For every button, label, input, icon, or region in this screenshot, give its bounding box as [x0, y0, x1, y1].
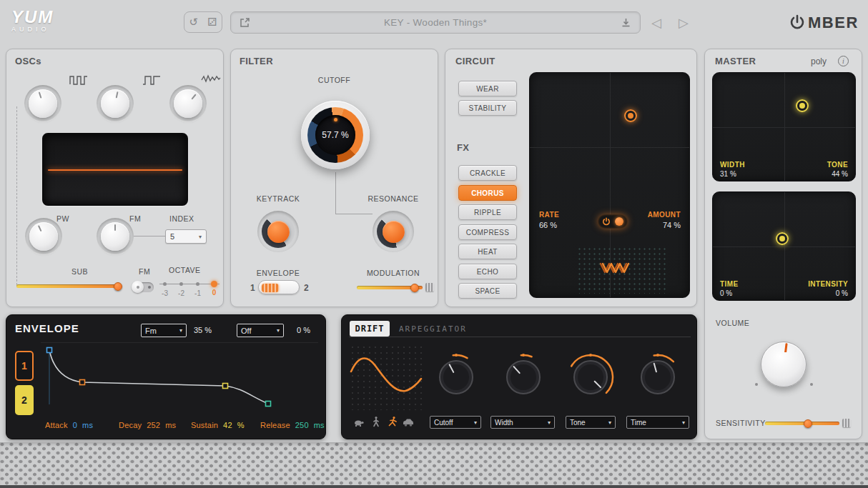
chevron-down-icon: ▾ — [548, 419, 551, 426]
osc2-knob[interactable] — [97, 85, 134, 122]
time-intensity-pad[interactable]: TIME 0 % INTENSITY 0 % — [712, 191, 856, 301]
drift-target-2-value: Width — [495, 419, 513, 427]
prev-preset-button[interactable]: ◁ — [651, 15, 661, 31]
drift-knob-4[interactable] — [633, 352, 683, 402]
width-tone-pad[interactable]: WIDTH 31 % TONE 44 % — [712, 72, 856, 181]
fm-knob[interactable] — [97, 218, 134, 255]
fx-button-echo[interactable]: ECHO — [458, 264, 517, 279]
preset-bar[interactable]: KEY - Wooden Things* — [230, 11, 641, 34]
octave-option-selected[interactable]: 0 — [206, 282, 222, 297]
octave-option[interactable]: -2 — [173, 282, 189, 297]
drift-target-4-dropdown[interactable]: Time ▾ — [626, 416, 689, 429]
attack-readout[interactable]: Attack 0 ms — [45, 421, 93, 429]
volume-knob[interactable] — [761, 342, 807, 387]
sub-slider[interactable] — [16, 284, 121, 288]
drift-target-3-dropdown[interactable]: Tone ▾ — [566, 416, 616, 429]
envelope-tab-2[interactable]: 2 — [15, 385, 34, 415]
dice-icon[interactable]: ⚂ — [207, 16, 217, 29]
drift-wave-display[interactable] — [350, 344, 423, 410]
xy-pad-handle[interactable] — [776, 232, 789, 245]
save-download-icon[interactable] — [621, 17, 631, 28]
sustain-readout[interactable]: Sustain 42 % — [191, 421, 245, 429]
circuit-xy-pad[interactable]: RATE 66 % AMOUNT 74 % — [529, 72, 690, 298]
octave-selector[interactable]: -3 -2 -1 0 — [157, 278, 222, 302]
pw-knob[interactable] — [25, 218, 62, 255]
drift-target-4-value: Time — [631, 419, 646, 427]
width-value: 31 % — [720, 170, 736, 178]
cutoff-knob[interactable]: 57.7 % — [301, 101, 370, 169]
xy-pad-handle[interactable] — [796, 99, 809, 112]
index-value: 5 — [170, 232, 174, 241]
chevron-down-icon: ▾ — [474, 419, 477, 426]
decay-readout[interactable]: Decay 252 ms — [119, 421, 176, 429]
amount-value: 74 % — [648, 221, 681, 229]
fm-toggle[interactable] — [132, 282, 154, 292]
resonance-knob[interactable] — [373, 211, 414, 252]
fx-button-crackle[interactable]: CRACKLE — [458, 165, 517, 181]
drift-knob-3[interactable] — [566, 352, 616, 402]
sensitivity-slider[interactable] — [765, 422, 839, 425]
brand-name: MBER — [808, 14, 859, 32]
fx-button-space[interactable]: SPACE — [458, 283, 517, 299]
cutoff-value: 57.7 % — [322, 130, 348, 140]
pulse-wave-icon — [142, 75, 161, 86]
rate-label: RATE — [539, 211, 559, 219]
octave-option[interactable]: -3 — [157, 282, 173, 297]
octave-option[interactable]: -1 — [189, 282, 206, 297]
drift-knob-2[interactable] — [498, 352, 548, 402]
mod-amount-2[interactable]: 0 % — [297, 326, 310, 334]
modulation-slider-grip[interactable] — [425, 283, 434, 292]
car-icon[interactable] — [402, 417, 415, 427]
power-icon — [789, 14, 805, 31]
envelope-option-2[interactable]: 2 — [304, 283, 309, 293]
release-handle — [266, 402, 271, 407]
turtle-icon[interactable] — [353, 417, 365, 428]
chevron-down-icon: ▾ — [277, 327, 280, 334]
walk-icon[interactable] — [370, 416, 382, 427]
rate-readout: RATE 66 % — [539, 211, 559, 229]
load-preset-icon[interactable] — [240, 17, 250, 28]
undo-icon[interactable]: ↺ — [189, 16, 199, 29]
fx-button-ripple[interactable]: RIPPLE — [458, 204, 517, 220]
tab-drift[interactable]: DRIFT — [350, 321, 390, 337]
fx-power-toggle[interactable] — [598, 214, 628, 229]
keytrack-knob[interactable] — [257, 211, 299, 252]
envelope-tab-1[interactable]: 1 — [15, 351, 34, 381]
envelope-graph[interactable] — [41, 342, 318, 419]
drift-knob-1[interactable] — [431, 352, 481, 402]
info-icon[interactable]: i — [838, 56, 849, 66]
circuit-panel: CIRCUIT WEAR STABILITY FX CRACKLE CHORUS… — [445, 49, 697, 307]
preset-name[interactable]: KEY - Wooden Things* — [250, 17, 621, 28]
fx-button-heat[interactable]: HEAT — [458, 244, 517, 259]
next-preset-button[interactable]: ▷ — [679, 15, 689, 31]
volume-max-dot — [810, 383, 813, 386]
wear-button[interactable]: WEAR — [458, 81, 517, 96]
release-readout[interactable]: Release 250 ms — [260, 421, 325, 429]
sensitivity-slider-grip[interactable] — [842, 419, 851, 427]
drift-target-1-dropdown[interactable]: Cutoff ▾ — [430, 416, 481, 429]
envelope-option-1[interactable]: 1 — [250, 283, 255, 293]
fx-button-chorus[interactable]: CHORUS — [458, 185, 517, 201]
run-icon[interactable] — [386, 416, 399, 427]
index-label: INDEX — [169, 214, 194, 223]
xy-pad-handle[interactable] — [624, 109, 637, 122]
logo-subtext: AUDIO — [11, 26, 54, 33]
stability-button[interactable]: STABILITY — [458, 100, 517, 116]
mod-source-1-dropdown[interactable]: Fm ▾ — [141, 324, 187, 337]
envelope-switch[interactable] — [258, 280, 300, 294]
drift-target-2-dropdown[interactable]: Width ▾ — [490, 416, 555, 429]
osc3-knob[interactable] — [169, 85, 207, 122]
modulation-slider[interactable] — [357, 286, 423, 289]
mod-amount-1[interactable]: 35 % — [194, 326, 212, 334]
mod-source-2-dropdown[interactable]: Off ▾ — [237, 324, 284, 337]
drift-panel: DRIFT ARPEGGIATOR — [341, 314, 697, 439]
tab-arpeggiator[interactable]: ARPEGGIATOR — [399, 324, 467, 334]
index-dropdown[interactable]: 5 ▾ — [165, 229, 207, 244]
drift-target-1-value: Cutoff — [434, 419, 453, 427]
fx-button-compress[interactable]: COMPRESS — [458, 224, 517, 240]
chevron-down-icon: ▾ — [608, 419, 611, 426]
sensitivity-label: SENSITIVITY — [716, 419, 766, 427]
osc1-knob[interactable] — [24, 85, 61, 122]
voice-mode-label[interactable]: poly — [811, 56, 827, 66]
mod-source-1-value: Fm — [145, 327, 157, 335]
